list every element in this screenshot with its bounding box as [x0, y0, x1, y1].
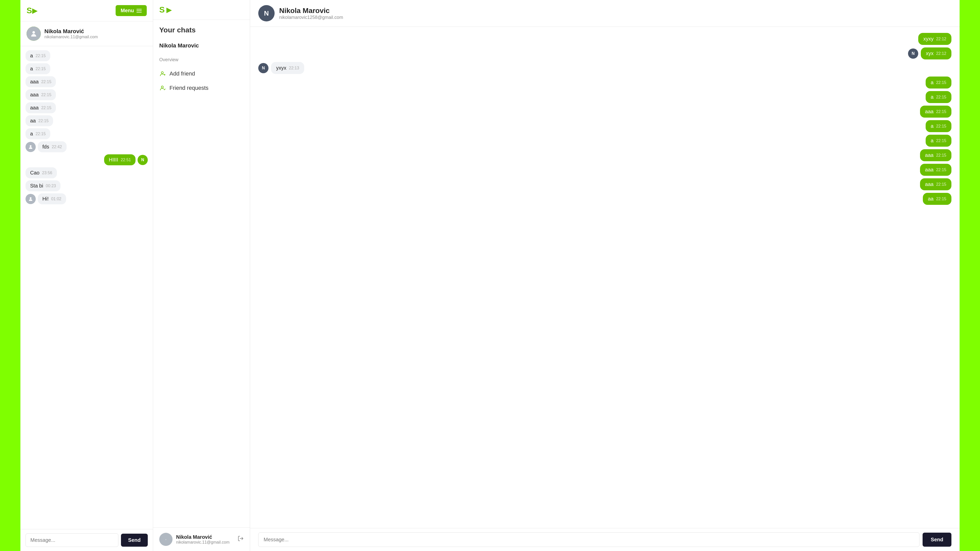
- right-message-item: aaa22:15: [920, 106, 951, 118]
- bubble-time: 22:15: [38, 119, 48, 123]
- right-avatar: N: [258, 5, 275, 21]
- right-bubble-time: 22:15: [936, 168, 946, 172]
- right-message-item: xyx22:12N: [908, 48, 951, 59]
- right-message-item: aaa22:15: [920, 164, 951, 176]
- message-item: fds22:42: [25, 141, 67, 152]
- svg-point-0: [32, 31, 35, 34]
- bubble-content: HIIII22:51: [104, 154, 135, 165]
- mid-footer-avatar: [159, 533, 172, 546]
- right-bubble-content: xyx22:12: [921, 48, 951, 59]
- hamburger-icon: [137, 9, 142, 13]
- bubble-text: a: [30, 131, 33, 137]
- logo-text-mid: S: [159, 5, 164, 14]
- bubble-text: Hi!: [42, 196, 48, 202]
- bubble-content: aaa22:15: [25, 76, 56, 87]
- right-message-item: Nyxyx22:13: [258, 62, 304, 74]
- person-add-icon: [159, 70, 166, 77]
- right-bubble-text: aaa: [925, 181, 934, 187]
- bubble-text: aa: [30, 118, 36, 124]
- friend-requests-item[interactable]: Friend requests: [159, 81, 244, 95]
- right-send-button[interactable]: Send: [923, 533, 951, 547]
- bubble-text: aaa: [30, 105, 38, 111]
- add-friend-label: Add friend: [169, 70, 195, 77]
- mid-footer: Nikola Marović nikolamarovic.11@gmail.co…: [153, 527, 250, 551]
- bubble-text: Cao: [30, 170, 40, 176]
- message-item: aaa22:15: [25, 102, 56, 113]
- right-message-item: a22:15: [926, 135, 951, 147]
- right-bubble-content: a22:15: [926, 135, 951, 147]
- chat-contact-item[interactable]: Nikola Marovic: [153, 38, 250, 53]
- svg-point-1: [30, 145, 32, 147]
- message-avatar: [25, 194, 36, 204]
- right-bubble-text: aa: [928, 196, 934, 202]
- message-item: a22:15: [25, 50, 50, 61]
- overview-section: Overview Add friend: [153, 53, 250, 99]
- right-bubble-content: xyxy22:12: [918, 33, 951, 45]
- bubble-text: aaa: [30, 92, 38, 98]
- right-user-email: nikolamarovic1258@gmail.com: [279, 15, 343, 20]
- right-message-avatar-sent: N: [908, 48, 918, 59]
- left-user-name: Nikola Marović: [45, 28, 98, 35]
- message-avatar: [25, 142, 36, 152]
- right-bubble-content: aaa22:15: [920, 178, 951, 190]
- left-panel: S ▶ Menu Nikola Marović nikolamarovic.11…: [21, 0, 153, 551]
- message-item: a22:15: [25, 63, 50, 74]
- right-user-name: Nikola Marovic: [279, 6, 343, 15]
- overview-label: Overview: [159, 57, 244, 62]
- bubble-text: a: [30, 66, 33, 72]
- bubble-content: aaa22:15: [25, 102, 56, 113]
- right-bubble-time: 22:15: [936, 197, 946, 201]
- left-green-bar: [0, 0, 21, 551]
- right-message-item: a22:15: [926, 120, 951, 132]
- mid-footer-user-details: Nikola Marović nikolamarovic.11@gmail.co…: [176, 534, 229, 545]
- middle-panel: S ▶ Your chats Nikola Marovic Overview A…: [153, 0, 250, 551]
- friend-requests-label: Friend requests: [169, 85, 208, 91]
- logo-left: S ▶: [27, 6, 38, 15]
- left-message-input[interactable]: [25, 534, 118, 547]
- bubble-time: 22:51: [121, 158, 131, 162]
- right-bubble-time: 22:15: [936, 124, 946, 129]
- logo-arrow-left: ▶: [32, 6, 38, 15]
- right-input-area: Send: [250, 528, 959, 551]
- bubble-time: 01:02: [51, 197, 61, 201]
- avatar-left: [27, 27, 41, 41]
- mid-footer-user-email: nikolamarovic.11@gmail.com: [176, 540, 229, 545]
- right-bubble-time: 22:13: [289, 66, 299, 70]
- bubble-content: Cao23:56: [25, 167, 57, 178]
- bubble-time: 00:23: [46, 184, 56, 188]
- right-bubble-time: 22:15: [936, 138, 946, 143]
- bubble-content: a22:15: [25, 50, 50, 61]
- bubble-content: Hi!01:02: [38, 193, 66, 204]
- right-bubble-time: 22:12: [936, 37, 946, 41]
- left-messages-area: a22:15a22:15aaa22:15aaa22:15aaa22:15aa22…: [21, 46, 153, 529]
- bubble-text: a: [30, 53, 33, 59]
- right-message-item: aa22:15: [923, 193, 951, 205]
- right-bubble-content: aa22:15: [923, 193, 951, 205]
- bubble-time: 22:42: [52, 144, 62, 149]
- right-bubble-time: 22:15: [936, 110, 946, 114]
- right-bubble-time: 22:15: [936, 182, 946, 187]
- right-bubble-text: a: [931, 79, 934, 86]
- left-send-button[interactable]: Send: [121, 534, 148, 547]
- right-bubble-content: a22:15: [926, 76, 951, 89]
- right-message-item: a22:15: [926, 76, 951, 89]
- bubble-content: aa22:15: [25, 115, 53, 126]
- bubble-time: 23:56: [42, 171, 52, 175]
- bubble-content: fds22:42: [38, 141, 67, 152]
- right-bubble-text: a: [931, 138, 934, 144]
- right-user-details: Nikola Marovic nikolamarovic1258@gmail.c…: [279, 6, 343, 20]
- right-message-item: a22:15: [926, 91, 951, 103]
- menu-button[interactable]: Menu: [116, 5, 147, 16]
- add-friend-item[interactable]: Add friend: [159, 67, 244, 81]
- right-bubble-content: aaa22:15: [920, 149, 951, 161]
- right-message-item: aaa22:15: [920, 149, 951, 161]
- main-container: S ▶ Menu Nikola Marović nikolamarovic.11…: [21, 0, 959, 551]
- message-avatar: N: [138, 155, 148, 165]
- bubble-text: aaa: [30, 79, 38, 85]
- right-message-input[interactable]: [258, 532, 920, 547]
- bubble-time: 22:15: [35, 67, 46, 71]
- right-messages-area: xyxy22:12xyx22:12NNyxyx22:13a22:15a22:15…: [250, 27, 959, 528]
- bubble-content: Sta bi00:23: [25, 180, 60, 191]
- message-item: NHIIII22:51: [104, 154, 148, 165]
- logout-icon[interactable]: [238, 535, 244, 543]
